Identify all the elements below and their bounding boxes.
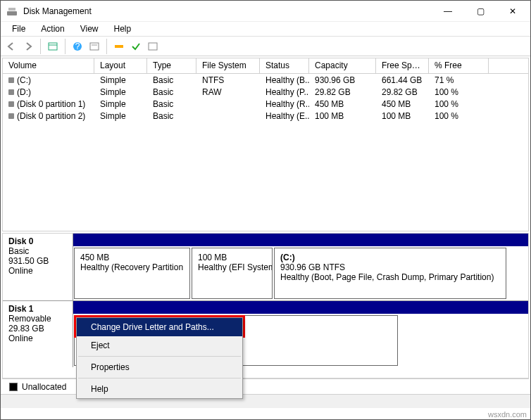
volume-row[interactable]: (C:)SimpleBasicNTFSHealthy (B...930.96 G… [3,74,528,86]
col-status[interactable]: Status [260,58,309,73]
col-free[interactable]: Free Spa... [376,58,429,73]
cell: 100 % [429,87,489,97]
svg-rect-6 [90,43,99,50]
col-capacity[interactable]: Capacity [309,58,376,73]
check-icon[interactable] [128,39,144,54]
cell: (Disk 0 partition 1) [3,99,94,109]
cell: 29.82 GB [376,87,429,97]
partition-size: 930.96 GB NTFS [280,262,500,272]
partition-size: 100 MB [198,253,266,262]
partition-size: 450 MB [80,253,184,262]
close-button[interactable]: ✕ [496,1,529,22]
cell: 450 MB [309,99,376,109]
refresh-icon[interactable] [87,39,102,54]
cell: Simple [94,87,147,97]
volume-row[interactable]: (Disk 0 partition 2)SimpleBasicHealthy (… [3,110,528,122]
cell: (D:) [3,87,94,97]
partition-desc: Healthy (Boot, Page File, Crash Dump, Pr… [280,272,500,282]
menu-help[interactable]: Help [107,23,139,35]
disk-partitions: 450 MBHealthy (Recovery Partition100 MBH… [73,234,528,300]
col-filesystem[interactable]: File System [196,58,260,73]
menu-bar: File Action View Help [1,22,530,37]
svg-rect-0 [7,11,17,15]
toolbar-separator [40,39,41,54]
volume-icon [8,89,14,95]
cell: 100 % [429,111,489,121]
cell: 100 MB [376,111,429,121]
app-icon [6,6,18,17]
show-console-icon[interactable] [45,39,61,54]
cell: Simple [94,75,147,85]
volume-list[interactable]: Volume Layout Type File System Status Ca… [2,58,529,231]
disk-row[interactable]: Disk 0Basic931.50 GBOnline450 MBHealthy … [3,234,528,300]
partition-desc: Healthy (EFI System [198,262,266,272]
cell: 450 MB [376,99,429,109]
disk-header-bar [73,234,528,246]
legend-swatch-unallocated [9,383,18,391]
watermark: wsxdn.com [488,410,527,419]
col-type[interactable]: Type [147,58,196,73]
cell: Simple [94,99,147,109]
cell: RAW [196,87,260,97]
svg-rect-1 [8,8,15,11]
disk-type: Removable [8,314,67,324]
maximize-button[interactable]: ▢ [464,1,496,22]
context-separator [78,378,241,378]
cell: Basic [147,75,196,85]
disk-label[interactable]: Disk 1Removable29.83 GBOnline [3,301,73,367]
partition[interactable]: (C:)930.96 GB NTFSHealthy (Boot, Page Fi… [274,248,506,299]
svg-rect-9 [149,43,157,50]
partition-title: (C:) [280,253,500,262]
volume-row[interactable]: (Disk 0 partition 1)SimpleBasicHealthy (… [3,98,528,110]
cell: Basic [147,99,196,109]
col-volume[interactable]: Volume [3,58,94,73]
minimize-button[interactable]: — [432,1,464,22]
volume-row[interactable]: (D:)SimpleBasicRAWHealthy (P...29.82 GB2… [3,86,528,98]
back-icon[interactable] [4,39,19,54]
cell: Healthy (P... [260,87,309,97]
disk-name: Disk 0 [8,236,67,246]
cell: 29.82 GB [309,87,376,97]
cell: Healthy (R... [260,99,309,109]
menu-view[interactable]: View [73,23,106,35]
legend-label: Unallocated [22,382,66,392]
cell: Basic [147,111,196,121]
help-icon[interactable]: ? [70,39,85,54]
cell: (C:) [3,75,94,85]
partition[interactable]: 450 MBHealthy (Recovery Partition [74,248,190,299]
context-menu[interactable]: Change Drive Letter and Paths...EjectPro… [76,317,243,399]
cell: 71 % [429,75,489,85]
menu-action[interactable]: Action [34,23,71,35]
list-icon[interactable] [145,39,161,54]
cell: 661.44 GB [376,75,429,85]
disk-status: Online [8,333,67,343]
cell: Healthy (B... [260,75,309,85]
volume-list-header: Volume Layout Type File System Status Ca… [3,58,528,74]
cell: 930.96 GB [309,75,376,85]
context-separator [78,356,241,357]
disk-size: 29.83 GB [8,324,67,333]
partition[interactable]: 100 MBHealthy (EFI System [192,248,273,299]
menu-file[interactable]: File [5,23,32,35]
col-pctfree[interactable]: % Free [429,58,489,73]
window-title: Disk Management [23,6,432,16]
toolbar-separator [106,39,107,54]
context-item[interactable]: Change Drive Letter and Paths... [77,318,242,336]
action-icon[interactable] [111,39,127,54]
col-layout[interactable]: Layout [94,58,147,73]
context-item[interactable]: Properties [77,358,242,376]
cell: Basic [147,87,196,97]
toolbar-separator [65,39,65,54]
volume-icon [8,77,14,83]
toolbar: ? [1,37,530,56]
forward-icon[interactable] [20,39,36,54]
disk-size: 931.50 GB [8,256,67,266]
context-item[interactable]: Eject [77,336,242,355]
disk-label[interactable]: Disk 0Basic931.50 GBOnline [3,234,73,300]
cell: 100 MB [309,111,376,121]
volume-icon [8,113,14,119]
context-item[interactable]: Help [77,380,242,398]
disk-header-bar [73,301,528,314]
svg-rect-2 [49,43,57,50]
cell: NTFS [196,75,260,85]
